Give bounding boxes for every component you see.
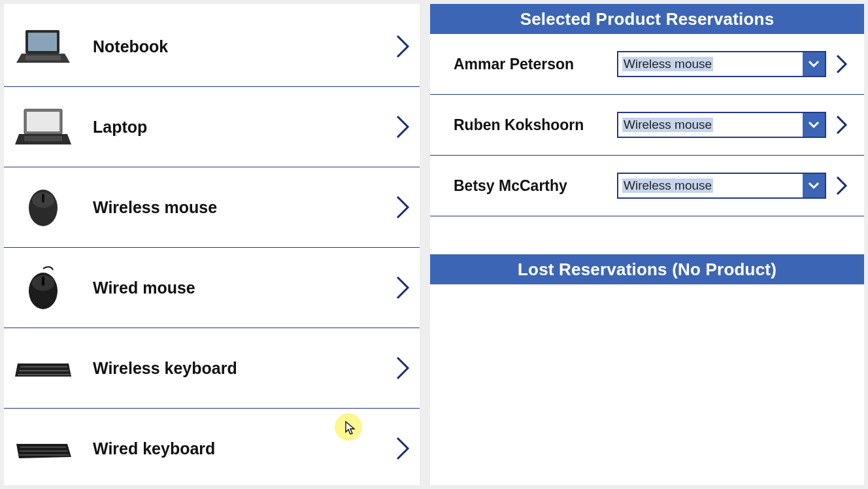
svg-rect-3 — [25, 56, 61, 60]
product-label: Wireless keyboard — [76, 359, 395, 378]
product-select[interactable]: Wireless mouse — [617, 112, 826, 138]
product-label: Wired mouse — [76, 278, 395, 297]
chevron-right-icon — [395, 114, 412, 140]
chevron-right-icon — [395, 435, 412, 462]
product-row-laptop[interactable]: Laptop — [4, 87, 420, 167]
svg-rect-10 — [42, 194, 44, 203]
product-row-wireless-mouse[interactable]: Wireless mouse — [4, 167, 420, 248]
reservation-row: Betsy McCarthy Wireless mouse — [430, 156, 864, 216]
section-title: Selected Product Reservations — [520, 9, 775, 29]
selected-reservations-header: Selected Product Reservations — [430, 4, 864, 34]
lost-reservations-header: Lost Reservations (No Product) — [430, 254, 864, 284]
product-list-panel[interactable]: Notebook Laptop — [4, 4, 420, 485]
reservation-row: Ruben Kokshoorn Wireless mouse — [430, 95, 864, 156]
select-value: Wireless mouse — [618, 174, 803, 197]
product-label: Laptop — [76, 118, 395, 137]
chevron-right-icon[interactable] — [835, 54, 848, 75]
select-value: Wireless mouse — [618, 52, 803, 76]
product-row-wired-keyboard[interactable]: Wired keyboard — [4, 409, 420, 485]
reservations-panel: Selected Product Reservations Ammar Pete… — [430, 4, 864, 485]
product-select[interactable]: Wireless mouse — [617, 173, 826, 199]
reservation-name: Ammar Peterson — [454, 56, 617, 73]
svg-rect-7 — [24, 136, 62, 141]
keyboard-icon — [10, 426, 76, 471]
svg-rect-1 — [28, 33, 57, 51]
chevron-right-icon[interactable] — [835, 175, 848, 196]
chevron-right-icon — [395, 33, 412, 59]
product-row-wireless-keyboard[interactable]: Wireless keyboard — [4, 328, 420, 409]
spacer — [430, 216, 864, 254]
chevron-right-icon[interactable] — [835, 114, 848, 135]
chevron-right-icon — [395, 355, 412, 381]
chevron-down-icon[interactable] — [803, 52, 825, 76]
chevron-right-icon — [395, 275, 412, 301]
product-row-wired-mouse[interactable]: Wired mouse — [4, 248, 420, 328]
laptop-icon — [10, 104, 76, 150]
reservation-name: Ruben Kokshoorn — [454, 116, 617, 134]
chevron-down-icon[interactable] — [803, 113, 825, 137]
section-title: Lost Reservations (No Product) — [518, 260, 776, 280]
reservation-row: Ammar Peterson Wireless mouse — [430, 34, 864, 95]
product-label: Notebook — [76, 37, 395, 56]
product-row-notebook[interactable]: Notebook — [4, 7, 420, 87]
chevron-down-icon[interactable] — [803, 174, 825, 197]
svg-rect-5 — [27, 112, 59, 131]
chevron-right-icon — [395, 194, 412, 220]
product-label: Wireless mouse — [76, 198, 395, 217]
product-label: Wired keyboard — [76, 439, 395, 458]
keyboard-icon — [10, 345, 76, 391]
mouse-icon — [10, 184, 76, 230]
wired-mouse-icon — [10, 265, 76, 311]
svg-rect-13 — [42, 277, 44, 286]
notebook-icon — [10, 24, 76, 69]
product-select[interactable]: Wireless mouse — [617, 51, 826, 77]
reservation-name: Betsy McCarthy — [454, 177, 617, 195]
select-value: Wireless mouse — [618, 113, 803, 137]
